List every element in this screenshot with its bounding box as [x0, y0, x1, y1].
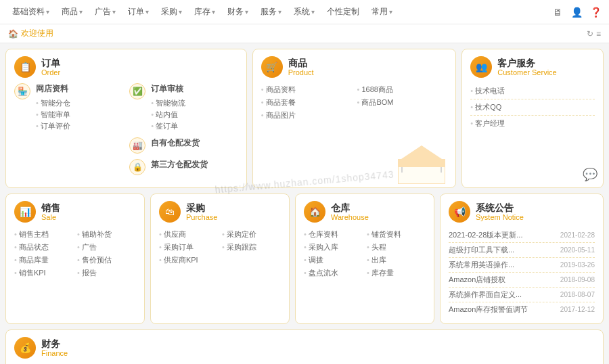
order-title-cn: 订单	[41, 58, 60, 69]
link-item[interactable]: 智能审单	[36, 109, 70, 120]
link-item[interactable]: 商品库量	[14, 254, 73, 267]
notice-item[interactable]: 系统操作界面自定义... 2018-08-07	[449, 288, 595, 302]
refresh-icon[interactable]: ↻	[587, 29, 593, 39]
nav-item-service[interactable]: 服务 ▾	[255, 3, 287, 20]
link-item[interactable]: 仓库资料	[304, 228, 363, 241]
help-icon[interactable]: ❓	[589, 5, 602, 19]
card-product-header: 🛒 商品 Product	[261, 56, 448, 78]
system-title-cn: 系统公告	[476, 202, 524, 214]
link-item[interactable]: 销售KPI	[14, 267, 73, 279]
notice-text: Amazon店铺授权	[449, 275, 558, 285]
link-item[interactable]: 站内值	[151, 109, 185, 120]
main-content: 📋 订单 Order 🏪 网店资料 智能分仓 智能审单	[0, 43, 609, 364]
link-item[interactable]: 客户经理	[470, 116, 595, 131]
sale-icon: 📊	[14, 201, 36, 223]
section-selfship-title: 自有仓配发货	[151, 137, 200, 149]
link-item[interactable]: 采购订单	[159, 241, 218, 254]
monitor-icon[interactable]: 🖥	[551, 5, 564, 19]
notice-text: 系统常用英语操作...	[449, 260, 558, 270]
notice-item[interactable]: Amazon店铺授权 2018-09-08	[449, 273, 595, 288]
nav-item-finance[interactable]: 财务 ▾	[222, 3, 254, 20]
breadcrumb: 🏠 欢迎使用	[8, 28, 53, 39]
link-item[interactable]: 供应商KPI	[159, 254, 218, 267]
notice-item[interactable]: 超级打印工具下载... 2020-05-11	[449, 243, 595, 258]
product-title-cn: 商品	[288, 58, 314, 69]
purchase-col-2: 采购定价 采购跟踪	[222, 228, 281, 267]
nav-item-product[interactable]: 商品 ▾	[56, 3, 88, 20]
ship-icon: 🏭	[129, 137, 145, 154]
card-order: 📋 订单 Order 🏪 网店资料 智能分仓 智能审单	[5, 49, 247, 188]
link-item[interactable]: 铺货资料	[367, 228, 426, 241]
link-item[interactable]: 商品套餐	[261, 96, 352, 109]
chevron-down-icon: ▾	[389, 8, 392, 16]
user-icon[interactable]: 👤	[570, 5, 583, 19]
card-sale-header: 📊 销售 Sale	[14, 201, 136, 223]
nav-icon-area: 🖥 👤 ❓	[551, 5, 602, 19]
system-title-en: System Notice	[476, 213, 524, 221]
link-item[interactable]: 广告	[77, 241, 136, 254]
home-label: 欢迎使用	[21, 28, 53, 39]
link-item[interactable]: 技术QQ	[470, 99, 595, 116]
link-item[interactable]: 商品图片	[261, 109, 352, 122]
warehouse-title-en: Warehouse	[331, 213, 369, 221]
link-item[interactable]: 采购定价	[222, 228, 281, 241]
nav-item-inventory[interactable]: 库存 ▾	[189, 3, 221, 20]
notice-date: 2018-08-07	[560, 291, 595, 298]
product-col-1: 商品资料 商品套餐 商品图片	[261, 83, 352, 122]
link-item[interactable]: 技术电话	[470, 83, 595, 99]
sale-col-2: 辅助补货 广告 售价预估 报告	[77, 228, 136, 279]
link-item[interactable]: 售价预估	[77, 254, 136, 267]
chevron-down-icon: ▾	[212, 8, 215, 16]
home-icon: 🏠	[8, 29, 18, 39]
order-col-1: 🏪 网店资料 智能分仓 智能审单 订单评价	[14, 83, 122, 181]
notice-item[interactable]: 系统常用英语操作... 2019-03-26	[449, 258, 595, 273]
link-item[interactable]: 报告	[77, 267, 136, 279]
link-item[interactable]: 调拨	[304, 254, 363, 267]
sale-col-1: 销售主档 商品状态 商品库量 销售KPI	[14, 228, 73, 279]
row-3: 💰 财务 Finance 销售利润 低利润报警 出库存明细 出库存统计	[5, 329, 604, 364]
product-links-1: 商品资料 商品套餐 商品图片	[261, 83, 352, 122]
card-system-header: 📢 系统公告 System Notice	[449, 201, 595, 223]
link-item[interactable]: 1688商品	[357, 83, 448, 96]
nav-item-custom[interactable]: 个性定制	[321, 3, 365, 20]
link-item[interactable]: 商品BOM	[357, 96, 448, 109]
notice-text: 超级打印工具下载...	[449, 245, 558, 255]
purchase-links-2: 采购定价 采购跟踪	[222, 228, 281, 254]
link-item[interactable]: 头程	[367, 241, 426, 254]
nav-item-base[interactable]: 基础资料 ▾	[7, 3, 55, 20]
nav-item-purchase[interactable]: 采购 ▾	[156, 3, 187, 20]
link-item[interactable]: 库存量	[367, 267, 426, 279]
purchase-title-cn: 采购	[186, 202, 217, 214]
link-item[interactable]: 订单评价	[36, 120, 70, 132]
nav-item-common[interactable]: 常用 ▾	[366, 3, 398, 20]
nav-item-ad[interactable]: 广告 ▾	[89, 3, 121, 20]
link-item[interactable]: 盘点流水	[304, 267, 363, 279]
link-item[interactable]: 智能物流	[151, 97, 185, 109]
notice-icon: 📢	[449, 201, 470, 223]
link-item[interactable]: 智能分仓	[36, 97, 70, 109]
card-warehouse-header: 🏠 仓库 Warehouse	[304, 201, 426, 223]
finance-icon: 💰	[14, 337, 36, 359]
link-item[interactable]: 商品资料	[261, 83, 352, 96]
notice-date: 2020-05-11	[560, 246, 595, 254]
notice-item[interactable]: Amazon库存报警值调节 2017-12-12	[449, 302, 595, 317]
link-item[interactable]: 采购入库	[304, 241, 363, 254]
link-item[interactable]: 签订单	[151, 120, 185, 132]
notice-item[interactable]: 2021-02-28版本更新... 2021-02-28	[449, 228, 595, 243]
menu-icon[interactable]: ≡	[596, 29, 601, 39]
nav-item-order[interactable]: 订单 ▾	[122, 3, 154, 20]
chevron-down-icon: ▾	[311, 8, 315, 16]
link-item[interactable]: 供应商	[159, 228, 218, 241]
section-review-title: 订单审核	[151, 83, 185, 95]
nav-item-system[interactable]: 系统 ▾	[288, 3, 320, 20]
link-item[interactable]: 出库	[367, 254, 426, 267]
card-finance-header: 💰 财务 Finance	[14, 337, 595, 359]
link-item[interactable]: 辅助补货	[77, 228, 136, 241]
link-item[interactable]: 商品状态	[14, 241, 73, 254]
link-item[interactable]: 销售主档	[14, 228, 73, 241]
link-item[interactable]: 采购跟踪	[222, 241, 281, 254]
order-section-shop: 🏪 网店资料 智能分仓 智能审单 订单评价	[14, 83, 122, 132]
sale-links-1: 销售主档 商品状态 商品库量 销售KPI	[14, 228, 73, 279]
chevron-down-icon: ▾	[79, 8, 83, 16]
customer-icon: 👥	[470, 56, 492, 78]
